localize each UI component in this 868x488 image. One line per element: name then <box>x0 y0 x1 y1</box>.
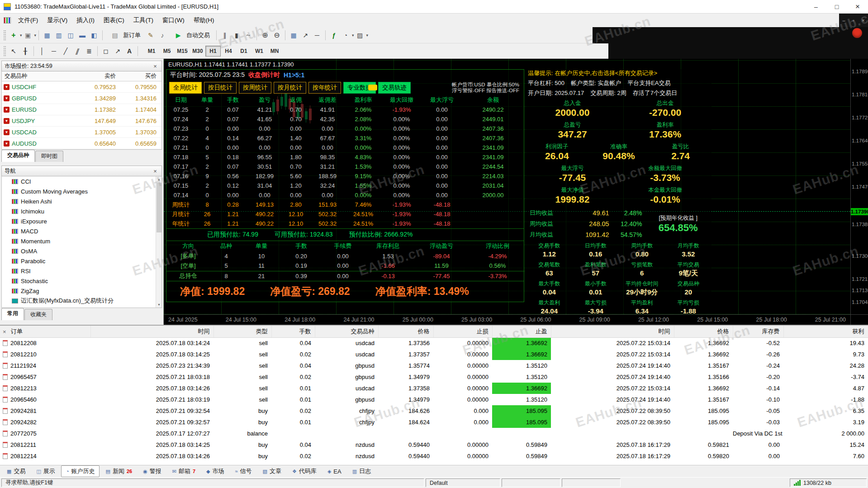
market-watch-row[interactable]: AUDUSD 0.65640 0.65659 <box>2 138 161 149</box>
column-header[interactable]: 库存费 <box>733 326 783 337</box>
zoom-in-icon[interactable] <box>259 29 271 41</box>
navigator-item[interactable]: Stochastic <box>2 276 161 286</box>
column-header-bid[interactable]: 卖价 <box>70 72 119 80</box>
arrows-icon[interactable] <box>112 45 123 57</box>
terminal-tab[interactable]: ▦ 交易 <box>2 465 30 477</box>
menu-item[interactable]: 窗口(W) <box>158 14 189 26</box>
new-order-button[interactable]: 新订单 <box>105 29 145 41</box>
terminal-tab[interactable]: ▥ 日志 <box>347 465 376 477</box>
close-button[interactable] <box>847 0 868 14</box>
chart-restore-icon[interactable] <box>849 18 858 23</box>
scroll-up-icon[interactable] <box>156 176 162 182</box>
timeframe-button[interactable]: M30 <box>190 46 205 57</box>
terminal-tab[interactable]: ≈ 信号 <box>230 465 257 477</box>
chart-shift-icon[interactable] <box>311 29 323 41</box>
terminal-tab[interactable]: ▧ 文章 <box>258 465 286 477</box>
auto-scroll-icon[interactable] <box>299 29 311 41</box>
statistics-tab-button[interactable]: 交易轨迹 <box>378 82 411 94</box>
terminal-tab[interactable]: ◉ 警报 <box>138 465 166 477</box>
terminal-toggle-icon[interactable] <box>76 29 88 41</box>
history-row[interactable]: 20812208 2025.07.18 03:14:24 sell 0.04 u… <box>0 337 868 349</box>
minimize-button[interactable] <box>806 0 826 14</box>
terminal-tab[interactable]: ◔ 账户历史 <box>61 465 100 477</box>
market-watch-row[interactable]: USDCAD 1.37005 1.37030 <box>2 127 161 138</box>
menu-item[interactable]: 插入(I) <box>72 14 99 26</box>
navigator-item[interactable]: iExposure <box>2 216 161 226</box>
column-header[interactable]: 获利 <box>783 326 868 337</box>
column-header[interactable]: 止盈 <box>492 326 551 337</box>
column-header[interactable]: 手数 <box>271 326 315 337</box>
history-row[interactable]: 20924282 2025.07.21 09:32:57 buy 0.01 ch… <box>0 417 868 428</box>
zoom-out-icon[interactable] <box>271 29 283 41</box>
navigator-item[interactable]: RSI <box>2 266 161 276</box>
market-watch-row[interactable]: USDJPY 147.649 147.676 <box>2 115 161 127</box>
market-watch-tab[interactable]: 交易品种 <box>1 150 35 162</box>
navigator-scrollbar[interactable] <box>156 176 161 308</box>
timeframe-button[interactable]: MN <box>267 46 282 57</box>
trendline-icon[interactable] <box>60 45 71 57</box>
scrollbar-thumb[interactable] <box>157 183 161 232</box>
history-row[interactable]: 20772075 2025.07.17 12:07:27 balance Dep… <box>0 428 868 439</box>
templates-icon[interactable] <box>354 29 366 41</box>
indicators-icon[interactable] <box>328 29 340 41</box>
column-header-ask[interactable]: 买价 <box>119 72 160 80</box>
menu-item[interactable]: 显示(V) <box>43 14 72 26</box>
timeframe-button[interactable]: D1 <box>236 46 251 57</box>
column-header[interactable]: 价格 <box>674 326 733 337</box>
navigator-item[interactable]: Ichimoku <box>2 206 161 216</box>
shapes-icon[interactable] <box>100 45 112 57</box>
history-row[interactable]: 20965457 2025.07.21 18:03:18 sell 0.02 g… <box>0 371 868 383</box>
timeframe-button[interactable]: H1 <box>205 46 221 57</box>
crosshair-icon[interactable] <box>19 45 31 57</box>
navigator-item[interactable]: ZigZag <box>2 286 161 296</box>
candlestick-chart-icon[interactable] <box>231 29 242 41</box>
navigator-tab[interactable]: 常用 <box>1 308 24 320</box>
terminal-close-icon[interactable] <box>3 328 6 335</box>
column-header[interactable]: 价格 <box>378 326 433 337</box>
column-header[interactable]: 订单 <box>0 326 90 337</box>
strategy-tester-toggle-icon[interactable] <box>88 29 100 41</box>
tile-windows-icon[interactable] <box>288 29 299 41</box>
timeframe-button[interactable]: M15 <box>175 46 190 57</box>
text-label-icon[interactable] <box>123 45 135 57</box>
templates-dropdown-icon[interactable]: ▾ <box>366 33 369 38</box>
periods-icon[interactable] <box>340 29 351 41</box>
navigator-item[interactable]: OsMA <box>2 246 161 256</box>
column-header[interactable]: 交易品种 <box>315 326 378 337</box>
history-row[interactable]: 21121924 2025.07.23 21:34:39 sell 0.04 g… <box>0 360 868 371</box>
market-watch-row[interactable]: GBPUSD 1.34289 1.34316 <box>2 93 161 104</box>
navigator-header[interactable]: 导航 <box>1 166 162 176</box>
statistics-tab-button[interactable]: 按年统计 <box>308 82 341 94</box>
navigator-item[interactable]: CCI <box>2 176 161 186</box>
navigator-item[interactable]: 迈汇数据(MyfxData.cn)_交易统计分 <box>2 296 161 306</box>
history-row[interactable]: 20812211 2025.07.18 03:14:25 buy 0.04 nz… <box>0 439 868 450</box>
navigator-toggle-icon[interactable] <box>65 29 76 41</box>
navigator-item[interactable]: Parabolic <box>2 256 161 266</box>
scroll-down-icon[interactable] <box>156 302 162 308</box>
chart-area[interactable]: EURUSD,H1 1.17441 1.17441 1.17377 1.1739… <box>164 59 850 314</box>
statistics-tab-button[interactable]: 按月统计 <box>274 82 306 94</box>
statistics-tab-button[interactable]: 按周统计 <box>239 82 271 94</box>
history-row[interactable]: 20812213 2025.07.18 03:14:26 sell 0.01 u… <box>0 383 868 394</box>
history-row[interactable]: 20812214 2025.07.18 03:14:26 buy 0.02 nz… <box>0 450 868 462</box>
horizontal-line-icon[interactable] <box>48 45 60 57</box>
market-watch-tab[interactable]: 即时图 <box>35 151 63 162</box>
history-row[interactable]: 20812210 2025.07.18 03:14:25 sell 0.02 u… <box>0 349 868 360</box>
market-watch-row[interactable]: EURUSD 1.17382 1.17404 <box>2 104 161 115</box>
vertical-line-icon[interactable] <box>36 45 48 57</box>
line-chart-icon[interactable] <box>242 29 254 41</box>
channel-icon[interactable] <box>71 45 83 57</box>
menu-item[interactable]: 图表(C) <box>99 14 129 26</box>
toolbar-grip[interactable] <box>4 30 6 40</box>
new-chart-dropdown-icon[interactable]: ▾ <box>20 33 22 38</box>
timeframe-button[interactable]: M1 <box>144 46 159 57</box>
navigator-item[interactable]: MACD <box>2 226 161 236</box>
column-header-symbol[interactable]: 交易品种 <box>2 72 70 80</box>
menu-item[interactable]: 文件(F) <box>14 14 43 26</box>
market-watch-toggle-icon[interactable] <box>41 29 53 41</box>
terminal-tab[interactable]: ❖ 代码库 <box>287 465 322 477</box>
terminal-tab[interactable]: ▤ 新闻 26 <box>100 465 137 477</box>
menu-item[interactable]: 工具(T) <box>129 14 158 26</box>
navigator-item[interactable]: Custom Moving Averages <box>2 186 161 196</box>
navigator-item[interactable]: Momentum <box>2 236 161 246</box>
